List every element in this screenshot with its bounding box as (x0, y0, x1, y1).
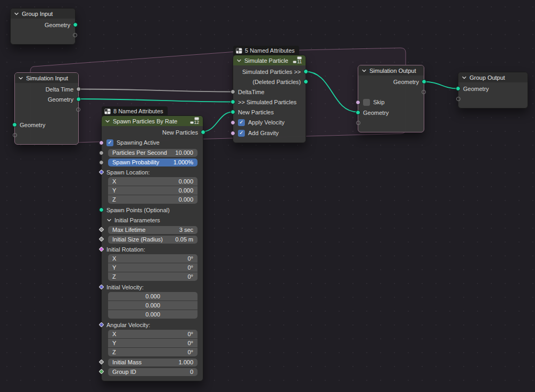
boolean-input-socket[interactable] (231, 120, 235, 125)
float-input-socket[interactable] (99, 237, 104, 242)
chevron-down-icon[interactable] (105, 119, 110, 124)
socket-label: Geometry (45, 22, 70, 28)
field-value: 0.05 m (175, 236, 193, 243)
chevron-down-icon[interactable] (462, 75, 467, 80)
display-icon (190, 121, 194, 124)
virtual-socket[interactable] (76, 107, 80, 112)
axis-label: X (112, 255, 116, 262)
rotation-z-field[interactable]: Z0° (108, 272, 197, 281)
float-input-socket[interactable] (99, 160, 104, 165)
field-value: 0° (187, 264, 193, 271)
angular-x-field[interactable]: X0° (108, 330, 197, 338)
rotation-y-field[interactable]: Y0° (108, 263, 197, 272)
node-group-output[interactable]: Group Output Geometry (458, 72, 528, 109)
axis-label: Y (112, 187, 116, 194)
vector-x-field[interactable]: X0.000 (108, 177, 197, 186)
deleted-particles-output-socket[interactable] (303, 79, 308, 84)
rotation-input-socket[interactable] (99, 246, 104, 252)
field-value: 0 (190, 369, 193, 375)
node-header[interactable]: Group Output (458, 72, 528, 82)
geometry-output-socket[interactable] (422, 79, 426, 84)
checkbox-label: Apply Velocity (248, 119, 284, 126)
virtual-socket[interactable] (13, 133, 17, 137)
geometry-output-socket[interactable] (76, 97, 81, 102)
named-attributes-overlay: 8 Named Attributes (102, 106, 168, 116)
max-lifetime-field[interactable]: Max Lifetime3 sec (108, 226, 197, 234)
new-particles-input-socket[interactable] (231, 110, 235, 114)
velocity-y-field[interactable]: 0.000 (108, 301, 197, 310)
node-group-input[interactable]: Group Input Geometry (10, 8, 76, 45)
vector-z-field[interactable]: Z0.000 (108, 195, 197, 204)
spreadsheet-icon (104, 109, 111, 114)
chevron-down-icon[interactable] (106, 218, 112, 223)
boolean-input-socket[interactable] (99, 140, 104, 145)
node-header[interactable]: Simulation Input (15, 73, 78, 83)
node-simulation-input[interactable]: Simulation Input Delta Time Geometry Geo… (14, 72, 79, 145)
skip-checkbox[interactable] (363, 99, 370, 106)
delta-time-input-socket[interactable] (231, 89, 235, 94)
node-spawn-particles-by-rate[interactable]: 8 Named Attributes Spawn Particles By Ra… (101, 115, 203, 381)
node-title: Simulation Input (26, 75, 75, 81)
group-id-field[interactable]: Group ID0 (108, 368, 197, 376)
node-header[interactable]: Simulate Particles 11 (233, 55, 306, 65)
initial-mass-field[interactable]: Initial Mass1.000 (108, 358, 197, 366)
boolean-input-socket[interactable] (231, 131, 235, 136)
geometry-input-socket[interactable] (456, 86, 460, 91)
rotation-x-field[interactable]: X0° (108, 254, 197, 263)
node-header[interactable]: Group Input (11, 9, 75, 19)
initial-parameters-panel[interactable]: Initial Parameters (102, 215, 203, 225)
checkbox-label: Add Gravity (248, 130, 278, 136)
geometry-input-socket[interactable] (99, 207, 104, 212)
float-input-socket[interactable] (99, 227, 104, 232)
chevron-down-icon[interactable] (14, 11, 19, 16)
add-gravity-checkbox[interactable]: ✓ (238, 130, 245, 137)
new-particles-output-socket[interactable] (201, 130, 205, 135)
vector-input-socket[interactable] (99, 284, 104, 289)
field-label: Spawn Probability (112, 159, 159, 165)
geometry-input-socket[interactable] (12, 122, 17, 127)
simulated-particles-output-socket[interactable] (303, 69, 308, 74)
node-simulation-output[interactable]: Simulation Output Geometry Skip Geometry (358, 65, 424, 132)
geometry-input-socket[interactable] (356, 110, 360, 115)
angular-z-field[interactable]: Z0° (108, 348, 197, 356)
initial-size-field[interactable]: Initial Size (Radius)0.05 m (108, 236, 197, 244)
socket-label: >> Simulated Particles (238, 99, 297, 105)
axis-label: Z (112, 273, 116, 280)
node-title: Group Input (22, 11, 71, 17)
virtual-socket[interactable] (456, 97, 460, 101)
socket-label: Angular Velocity: (106, 322, 150, 328)
wire-new-particles (202, 112, 233, 132)
vector-input-socket[interactable] (99, 169, 104, 174)
field-value: 0.000 (178, 196, 193, 203)
spawning-active-checkbox[interactable]: ✓ (106, 139, 113, 146)
node-header[interactable]: Spawn Particles By Rate 12 (102, 116, 203, 126)
virtual-socket[interactable] (73, 33, 77, 37)
apply-velocity-checkbox[interactable]: ✓ (238, 119, 245, 126)
field-label: Particles Per Second (112, 149, 167, 156)
vector-y-field[interactable]: Y0.000 (108, 186, 197, 195)
float-input-socket[interactable] (99, 151, 104, 155)
boolean-input-socket[interactable] (356, 100, 360, 105)
integer-input-socket[interactable] (99, 369, 104, 374)
spawn-probability-field[interactable]: Spawn Probability1.000% (108, 159, 197, 166)
virtual-socket[interactable] (356, 121, 360, 125)
field-label: Max Lifetime (112, 227, 145, 233)
named-attributes-overlay: 5 Named Attributes (233, 46, 299, 55)
chevron-down-icon[interactable] (18, 76, 23, 81)
socket-label: Simulated Particles >> (242, 69, 301, 75)
simulated-particles-input-socket[interactable] (231, 99, 235, 104)
geometry-output-socket[interactable] (73, 22, 78, 27)
chevron-down-icon[interactable] (236, 58, 242, 63)
node-simulate-particles[interactable]: 5 Named Attributes Simulate Particles 11… (233, 55, 306, 143)
float-input-socket[interactable] (99, 360, 104, 365)
node-header[interactable]: Simulation Output (358, 65, 424, 76)
chevron-down-icon[interactable] (361, 68, 367, 73)
display-icon (293, 61, 297, 63)
velocity-x-field[interactable]: 0.000 (108, 292, 197, 301)
virtual-socket[interactable] (422, 90, 426, 94)
velocity-z-field[interactable]: 0.000 (108, 310, 197, 319)
particles-per-second-field[interactable]: Particles Per Second10.000 (108, 149, 197, 157)
vector-input-socket[interactable] (99, 322, 104, 327)
angular-y-field[interactable]: Y0° (108, 339, 197, 347)
delta-time-output-socket[interactable] (76, 87, 81, 91)
